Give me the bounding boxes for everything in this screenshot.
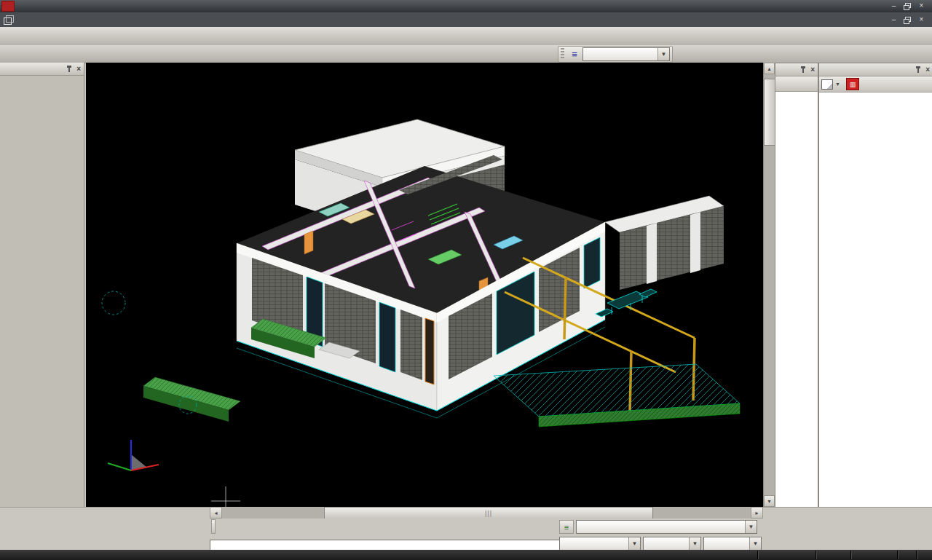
view-tree bbox=[819, 92, 932, 537]
menu-bar: – × bbox=[0, 12, 932, 27]
view-toolbar bbox=[211, 519, 216, 534]
chevron-down-icon[interactable]: ▼ bbox=[835, 82, 840, 87]
app-logo-icon bbox=[1, 1, 15, 12]
chevron-down-icon[interactable]: ▼ bbox=[657, 48, 669, 60]
pin-icon[interactable] bbox=[915, 66, 922, 73]
viewport-3d[interactable] bbox=[86, 63, 763, 507]
structure-icon[interactable]: ≡ bbox=[559, 520, 574, 534]
bottom-bar: ≡ ▼ ▼ ▼ ▼ bbox=[210, 518, 763, 550]
scale-combobox[interactable]: ▼ bbox=[559, 537, 641, 551]
restore-button[interactable] bbox=[903, 2, 912, 10]
secondary-toolbar: ≡ ▼ bbox=[0, 45, 932, 63]
layers-icon: ≡ bbox=[566, 47, 582, 62]
tools-palette-header: × bbox=[0, 63, 84, 76]
close-icon[interactable]: × bbox=[76, 65, 81, 73]
view-panel-header: × bbox=[819, 63, 932, 76]
pin-icon[interactable] bbox=[800, 66, 807, 73]
main-toolbar bbox=[0, 27, 932, 45]
bottom-right-area bbox=[763, 507, 932, 551]
viewport-vscrollbar[interactable]: ▴ ▾ bbox=[763, 63, 775, 507]
chevron-down-icon[interactable]: ▼ bbox=[689, 537, 700, 550]
mdi-close-button[interactable]: × bbox=[917, 16, 926, 24]
view-panel-toolbar: ▼ ▥ bbox=[819, 76, 932, 92]
toolbar-drag-handle[interactable] bbox=[561, 48, 564, 60]
storeys-panel-header: × bbox=[775, 63, 818, 76]
unit-combobox[interactable]: ▼ bbox=[643, 537, 701, 551]
sheet-combobox[interactable]: ▼ bbox=[703, 537, 762, 551]
scroll-left-icon[interactable]: ◂ bbox=[210, 507, 222, 518]
scroll-down-icon[interactable]: ▾ bbox=[764, 495, 775, 507]
project-combo-group: ≡ ▼ bbox=[559, 520, 757, 534]
crosshair-cursor bbox=[211, 486, 240, 507]
view-panel: × ▼ ▥ bbox=[818, 63, 932, 537]
axis-gizmo bbox=[108, 440, 159, 470]
viewport-hscrollbar[interactable]: ◂ ||| ▸ bbox=[210, 507, 763, 518]
pin-icon[interactable] bbox=[66, 66, 73, 72]
sheet-dropdown-icon[interactable] bbox=[821, 79, 833, 90]
mdi-minimize-button[interactable]: – bbox=[889, 16, 899, 24]
minimize-button[interactable]: – bbox=[889, 2, 899, 10]
status-bar bbox=[0, 550, 932, 560]
storeys-list bbox=[775, 92, 818, 537]
storeys-panel: × bbox=[775, 63, 818, 537]
slab-combobox[interactable]: ▼ bbox=[582, 47, 670, 61]
chevron-down-icon[interactable]: ▼ bbox=[745, 521, 757, 533]
pdf-export-icon[interactable]: ▥ bbox=[846, 78, 859, 90]
bottom-left-area bbox=[0, 507, 210, 551]
close-icon[interactable]: × bbox=[925, 66, 930, 74]
mdi-restore-button[interactable] bbox=[903, 16, 912, 24]
storeys-toolbar bbox=[775, 76, 818, 92]
close-icon[interactable]: × bbox=[810, 66, 815, 74]
chevron-down-icon[interactable]: ▼ bbox=[628, 537, 640, 550]
scroll-right-icon[interactable]: ▸ bbox=[751, 507, 763, 518]
units-row: ▼ ▼ ▼ bbox=[559, 537, 762, 551]
scroll-up-icon[interactable]: ▴ bbox=[764, 63, 775, 74]
document-cube-icon bbox=[3, 15, 13, 24]
viewport-3d-model bbox=[86, 63, 763, 507]
slab-toolbar-group: ≡ ▼ bbox=[558, 46, 673, 63]
close-button[interactable]: × bbox=[917, 2, 926, 10]
project-combobox[interactable]: ▼ bbox=[576, 520, 757, 534]
chevron-down-icon[interactable]: ▼ bbox=[749, 537, 761, 550]
tools-palette: × bbox=[0, 63, 84, 507]
title-bar: – × bbox=[0, 0, 932, 12]
